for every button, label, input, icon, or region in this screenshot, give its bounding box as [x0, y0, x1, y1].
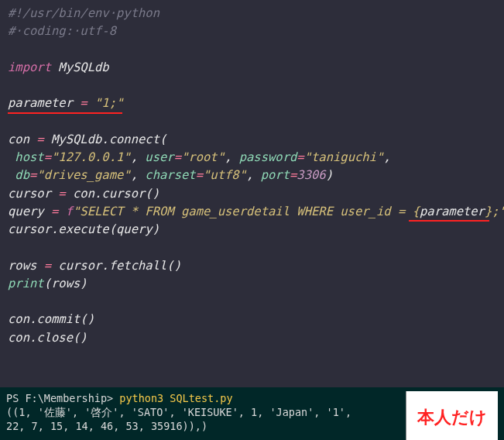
terminal-output: PS F:\Membership> python3 SQLtest.py ((1… [6, 391, 406, 436]
code-line: #!/usr/bin/env·python [8, 5, 496, 22]
terminal-output-line: ((1, '佐藤', '啓介', 'SATO', 'KEISUKE', 1, '… [6, 405, 406, 419]
method-call: cursor.fetchall() [51, 259, 181, 273]
string-literal: "drives_game" [36, 168, 130, 182]
equals-operator: = [44, 259, 51, 273]
terminal-prompt: PS F:\Membership> [6, 392, 119, 404]
blank-line [8, 77, 496, 95]
variable: rows [8, 259, 44, 273]
blank-line [8, 113, 496, 131]
method-call: con.close() [8, 331, 87, 345]
string-literal: "taniguchi" [304, 150, 384, 164]
equals-operator: = [44, 150, 51, 164]
param-name: user [145, 150, 173, 164]
comma: , [383, 150, 390, 164]
code-line: con.close() [8, 329, 496, 347]
method-call: con.cursor() [66, 187, 159, 201]
comma: , [131, 150, 146, 164]
code-line: #·coding:·utf-8 [8, 22, 496, 40]
blank-line [8, 293, 496, 311]
variable: parameter [8, 96, 73, 110]
method-call: MySQLdb.connect( [44, 132, 167, 146]
param-name: port [261, 168, 290, 182]
variable: query [8, 205, 51, 218]
comma: , [246, 168, 261, 182]
code-line: rows = cursor.fetchall() [8, 257, 496, 275]
comma: , [131, 168, 146, 182]
code-line: con = MySQLdb.connect( [8, 131, 496, 149]
paren: ) [326, 168, 333, 182]
variable: con [8, 132, 36, 146]
param-name: password [239, 150, 297, 164]
equals-operator: = [196, 168, 203, 182]
fstring-variable: parameter [420, 205, 485, 218]
annotation-text: 本人だけ [417, 406, 487, 429]
f-prefix: f [58, 205, 73, 218]
module-name: MySQLdb [51, 60, 109, 74]
param-name: db [8, 168, 29, 182]
equals-operator: = [29, 168, 36, 182]
code-line: import MySQLdb [8, 59, 496, 77]
method-call: con.commit() [8, 312, 94, 326]
string-literal: "127.0.0.1" [51, 150, 131, 164]
blank-line [8, 239, 496, 256]
string-literal: "utf8" [203, 168, 246, 182]
code-line: host="127.0.0.1", user="root", password=… [8, 149, 496, 167]
code-line: query = f"SELECT * FROM game_userdetail … [8, 203, 496, 221]
equals-operator: = [36, 132, 43, 146]
equals-operator: = [58, 187, 65, 201]
terminal-command: python3 SQLtest.py [119, 392, 232, 404]
code-line: print(rows) [8, 275, 496, 293]
call-args: (rows) [44, 277, 87, 290]
builtin-function: print [8, 277, 44, 290]
equals-operator: = [51, 205, 58, 218]
equals-operator: = [174, 150, 181, 164]
string-literal: "root" [181, 150, 225, 164]
param-name: host [8, 150, 44, 164]
shebang-comment: #!/usr/bin/env·python [8, 6, 159, 20]
variable: cursor [8, 187, 58, 201]
equals-operator: = [290, 168, 297, 182]
fstring-brace: } [485, 205, 492, 218]
equals-operator: = [297, 150, 303, 164]
blank-line [8, 41, 496, 59]
fstring-literal: "SELECT * FROM game_userdetail WHERE use… [73, 205, 413, 218]
terminal-output-line: 22, 7, 15, 14, 46, 53, 35916)),) [6, 419, 406, 433]
code-line: parameter = "1;" [8, 95, 496, 112]
comma: , [225, 150, 239, 164]
coding-comment: #·coding:·utf-8 [8, 24, 116, 38]
fstring-literal: ;" [492, 205, 504, 218]
code-line: cursor = con.cursor() [8, 185, 496, 203]
code-editor[interactable]: #!/usr/bin/env·python #·coding:·utf-8 im… [0, 0, 504, 387]
code-line: db="drives_game", charset="utf8", port=3… [8, 167, 496, 184]
number-literal: 3306 [297, 168, 325, 182]
method-call: cursor.execute(query) [8, 222, 159, 236]
terminal-panel[interactable]: PS F:\Membership> python3 SQLtest.py ((1… [0, 387, 504, 440]
code-line: cursor.execute(query) [8, 221, 496, 239]
string-literal: "1;" [94, 96, 123, 110]
fstring-brace: { [413, 205, 420, 218]
param-name: charset [145, 168, 195, 182]
code-line: con.commit() [8, 311, 496, 328]
equals-operator: = [73, 96, 94, 110]
annotation-box: 本人だけ [406, 391, 498, 440]
import-keyword: import [8, 60, 51, 74]
